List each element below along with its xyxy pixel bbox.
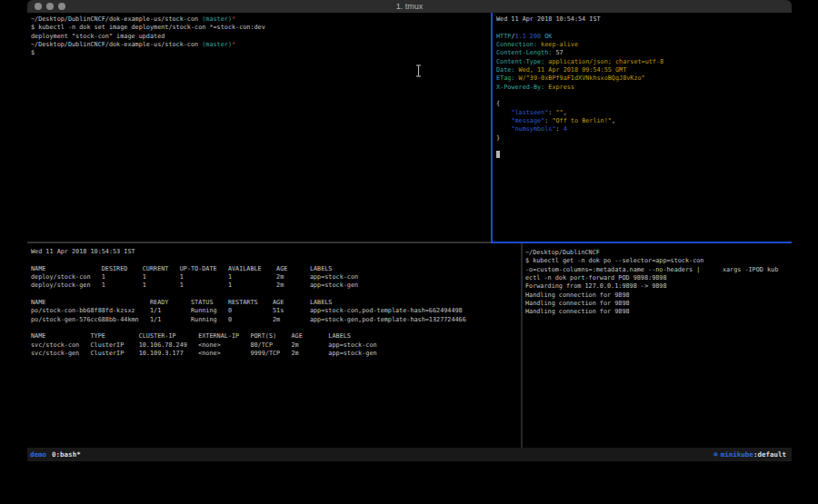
terminal-line: NAME READY STATUS RESTARTS AGE LABELS — [31, 299, 524, 307]
terminal-line: Forwarding from 127.0.0.1:9898 -> 9898 — [525, 282, 792, 291]
kubernetes-icon: ☸ — [713, 450, 718, 459]
window-title: 1. tmux — [27, 0, 792, 13]
terminal-line: $ kubectl -n dok set image deployment/st… — [31, 24, 494, 32]
terminal-line: deployment "stock-con" image updated — [31, 33, 494, 41]
terminal-line: Wed 11 Apr 2018 10:54:53 IST — [31, 248, 524, 256]
terminal-line: X-Powered-By: Express — [496, 84, 792, 92]
terminal-line — [31, 256, 524, 264]
terminal-line: Wed 11 Apr 2018 10:54:54 IST — [496, 15, 792, 24]
terminal-line: deploy/stock-con 1 1 1 1 2m app=stock-co… — [31, 273, 524, 282]
session-name: demo — [30, 450, 46, 459]
terminal-line: "message": "Off to Berlin!", — [496, 117, 792, 125]
terminal-line: svc/stock-con ClusterIP 10.106.78.249 <n… — [31, 341, 524, 350]
terminal-line — [496, 92, 792, 100]
terminal-line: $ kubectl get -n dok po --selector=app=s… — [525, 257, 792, 265]
terminal-line: ~/Desktop/DublinCNCF/dok-example-us/stoc… — [31, 15, 494, 24]
terminal-line: Content-Length: 57 — [496, 49, 792, 57]
status-right: ☸ minikube :default — [713, 450, 786, 459]
terminal-line: ~/Desktop/DublinCNCF/dok-example-us/stoc… — [31, 41, 494, 49]
terminal-window: 1. tmux ~/Desktop/DublinCNCF/dok-example… — [27, 0, 792, 469]
terminal-line: NAME TYPE CLUSTER-IP EXTERNAL-IP PORT(S)… — [31, 332, 524, 341]
terminal-line — [496, 24, 792, 32]
terminal-line: "lastseen": "", — [496, 109, 792, 117]
terminal-line: HTTP/1.1 200 OK — [496, 33, 792, 41]
terminal-line: svc/stock-gen ClusterIP 10.109.3.177 <no… — [31, 350, 524, 358]
terminal-line: ectl -n dok port-forward POD 9898:9898 — [525, 274, 792, 282]
terminal-line: po/stock-gen-576cc688bb-44kmn 1/1 Runnin… — [31, 316, 524, 324]
terminal-line: ~/Desktop/DublinCNCF — [525, 249, 792, 257]
terminal-line: $ — [31, 49, 494, 57]
pane-bottom-left-kubectl-watch[interactable]: Wed 11 Apr 2018 10:54:53 IST NAME DESIRE… — [27, 243, 524, 452]
terminal-line: ETag: W/"39-0xBPf9aF1dXVNkhsxoBQgJ8vKzo" — [496, 74, 792, 83]
terminal-line — [31, 291, 524, 299]
text-ibeam-pointer-icon — [414, 64, 423, 77]
tmux-status-bar: demo 0:bash* ☸ minikube :default — [27, 448, 792, 461]
terminal-line: -o=custom-columns=:metadata.name --no-he… — [525, 266, 792, 274]
terminal-line: Date: Wed, 11 Apr 2018 09:54:55 GMT — [496, 66, 792, 74]
terminal-line: } — [496, 134, 792, 143]
terminal-line: Connection: keep-alive — [496, 41, 792, 49]
terminal-line: Handling connection for 9898 — [525, 300, 792, 308]
terminal-line — [496, 151, 792, 159]
kube-namespace: :default — [753, 450, 786, 459]
pane-top-left-shell[interactable]: ~/Desktop/DublinCNCF/dok-example-us/stoc… — [27, 13, 494, 244]
terminal-line — [31, 324, 524, 332]
screen-background: 1. tmux ~/Desktop/DublinCNCF/dok-example… — [0, 0, 818, 504]
kube-context: minikube — [721, 450, 753, 459]
window-tab-bash[interactable]: 0:bash* — [52, 450, 81, 459]
pane-top-right-http-response[interactable]: Wed 11 Apr 2018 10:54:54 IST HTTP/1.1 20… — [493, 13, 792, 244]
terminal-line: Handling connection for 9898 — [525, 292, 792, 300]
terminal-line: deploy/stock-gen 1 1 1 1 2m app=stock-ge… — [31, 282, 524, 290]
terminal-line: NAME DESIRED CURRENT UP-TO-DATE AVAILABL… — [31, 265, 524, 273]
terminal-line: Content-Type: application/json; charset=… — [496, 58, 792, 66]
terminal-line: "numsymbols": 4 — [496, 125, 792, 133]
terminal-line: Handling connection for 9898 — [525, 308, 792, 316]
terminal-line: po/stock-con-bb68f88fd-kzsxz 1/1 Running… — [31, 307, 524, 315]
terminal-line — [496, 143, 792, 151]
terminal-line: { — [496, 100, 792, 108]
pane-bottom-right-port-forward[interactable]: ~/Desktop/DublinCNCF$ kubectl get -n dok… — [523, 243, 792, 453]
window-titlebar[interactable]: 1. tmux — [27, 0, 792, 13]
